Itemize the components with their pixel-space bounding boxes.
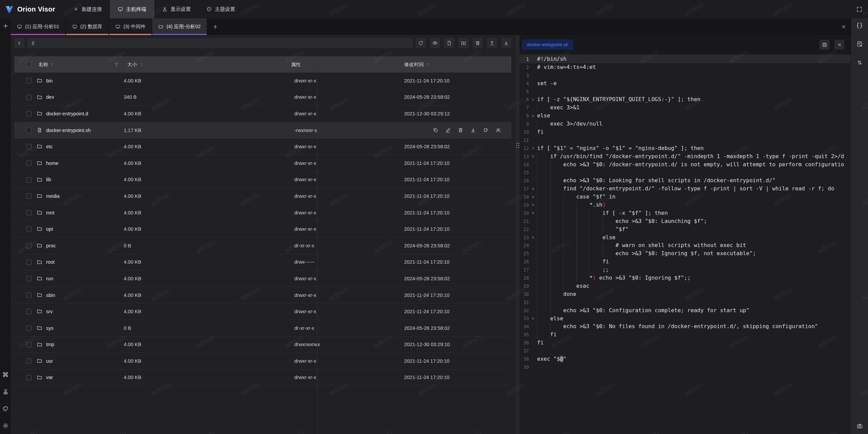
preview-button[interactable] [430,38,440,48]
fold-toggle-icon[interactable]: ∨ [529,97,537,102]
fold-toggle-icon[interactable]: ∨ [529,146,537,150]
file-row-bin[interactable]: bin4.00 KBdrwxr-xr-x2021-11-24 17:20:10 [14,73,511,89]
fullscreen-button[interactable] [856,6,863,13]
nav-item-0[interactable]: 新建连接 [65,0,110,18]
row-checkbox[interactable] [26,144,32,149]
fold-toggle-icon[interactable]: ∨ [529,154,537,158]
file-row-etc[interactable]: etc4.00 KBdrwxr-xr-x2024-05-28 23:58:02 [14,138,511,155]
row-checkbox[interactable] [26,260,32,265]
session-tab-3[interactable]: (3) 中间件 [109,18,152,35]
file-row-docker-entrypoint.sh[interactable]: docker-entrypoint.sh1.17 KB-rwxrwxr-x [14,122,511,139]
row-checkbox[interactable] [26,111,32,116]
fold-toggle-icon[interactable]: ∨ [529,187,537,191]
delete-button[interactable] [473,38,483,48]
save-button[interactable] [820,40,829,50]
row-checkbox[interactable] [26,193,32,199]
row-checkbox[interactable] [26,161,32,166]
sidebar-add-button[interactable] [2,23,9,29]
sort-toggle[interactable] [140,56,144,73]
tab-add-button[interactable] [208,18,223,35]
row-checkbox[interactable] [26,325,32,331]
nav-item-2[interactable]: 显示设置 [154,0,199,18]
row-checkbox[interactable] [26,210,32,215]
row-checkbox[interactable] [26,78,32,83]
fold-toggle-icon[interactable]: ∨ [529,235,537,240]
line-number: 1 [519,56,529,62]
filter-funnel-icon[interactable] [114,56,119,73]
action-copy-button[interactable] [433,127,438,133]
line-number: 4 [519,81,529,86]
row-checkbox[interactable] [26,309,32,314]
action-permissions-button[interactable] [495,127,501,133]
upload-button[interactable] [487,38,497,48]
rightbar-doc-bookmark-button[interactable] [856,41,863,47]
file-row-mnt[interactable]: mnt4.00 KBdrwxr-xr-x2021-11-24 17:20:10 [14,205,511,221]
file-row-docker-entrypoint.d[interactable]: docker-entrypoint.d4.00 KBdrwxr-xr-x2021… [14,106,511,122]
file-row-opt[interactable]: opt4.00 KBdrwxr-xr-x2021-11-24 17:20:10 [14,221,511,238]
fold-toggle-icon[interactable]: ∨ [529,211,537,215]
file-row-var[interactable]: var4.00 KBdrwxr-xr-x2021-11-24 17:20:10 [14,370,511,386]
tabbar-close-button[interactable] [841,24,847,30]
fold-toggle-icon[interactable]: ∨ [529,316,537,321]
file-row-root[interactable]: root4.00 KBdrwx------2021-11-24 17:20:10 [14,254,511,271]
fold-toggle-icon[interactable]: ∨ [529,195,537,199]
file-row-media[interactable]: media4.00 KBdrwxr-xr-x2021-11-24 17:20:1… [14,188,511,205]
row-checkbox[interactable] [26,276,32,281]
sidebar-command-button[interactable]: ⌘ [2,372,9,378]
row-checkbox[interactable] [26,358,32,364]
sort-vertical-icon [856,59,863,66]
file-row-run[interactable]: run4.00 KBdrwxr-xr-x2024-05-28 23:58:02 [14,270,511,287]
file-name: dev [46,89,54,106]
sidebar-settings-button[interactable] [2,422,9,429]
session-tab-2[interactable]: (2) 数据库 [66,18,108,35]
row-checkbox[interactable] [26,177,32,183]
row-checkbox[interactable] [26,293,32,298]
file-row-home[interactable]: home4.00 KBdrwxr-xr-x2021-11-24 17:20:10 [14,155,511,172]
path-input[interactable] [39,40,410,46]
action-download-button[interactable] [470,127,476,133]
session-tab-1[interactable]: (1) 应用-分析01 [11,18,65,35]
new-file-button[interactable] [444,38,454,48]
rightbar-braces-button[interactable]: {} [856,23,863,29]
fold-toggle-icon[interactable]: ∨ [529,203,537,207]
folder-icon [37,160,42,166]
row-checkbox[interactable] [26,128,32,133]
row-checkbox[interactable] [26,342,32,347]
editor-close-button[interactable] [834,40,844,50]
sidebar-stamp-button[interactable] [2,389,9,395]
file-row-dev[interactable]: dev340 Bdrwxr-xr-x2024-05-28 23:58:02 [14,89,511,106]
file-row-lib[interactable]: lib4.00 KBdrwxr-xr-x2021-11-24 17:20:10 [14,172,511,188]
back-button[interactable] [14,38,24,48]
sort-toggle[interactable] [50,56,54,73]
refresh-button[interactable] [416,38,426,48]
code-line-37: 37 [519,347,850,355]
fold-toggle-icon[interactable]: ∨ [529,114,537,118]
session-tab-4[interactable]: (4) 应用-分析02 [152,18,207,35]
action-delete-button[interactable] [458,127,463,133]
action-move-button[interactable] [483,127,489,133]
row-checkbox[interactable] [26,243,32,248]
action-edit-button[interactable] [445,127,451,133]
rightbar-screenshot-button[interactable] [856,423,863,429]
sort-toggle[interactable] [426,56,430,73]
panel-splitter[interactable] [516,35,519,434]
file-row-srv[interactable]: srv4.00 KBdrwxr-xr-x2021-11-24 17:20:10 [14,303,511,320]
file-row-sbin[interactable]: sbin4.00 KBdrwxr-xr-x2021-11-24 17:20:10 [14,287,511,304]
rightbar-sort-button[interactable] [856,59,863,66]
row-checkbox[interactable] [26,226,32,232]
file-row-tmp[interactable]: tmp4.00 KBdrwxrwxrwx2021-12-30 03:29:10 [14,337,511,353]
new-folder-button[interactable] [458,38,469,48]
splitter-drag-handle[interactable] [516,143,519,148]
download-button[interactable] [501,38,511,48]
row-checkbox[interactable] [26,375,32,380]
line-number: 24 [519,243,529,248]
editor-file-tab[interactable]: docker-entrypoint.sh [522,39,573,50]
nav-item-1[interactable]: 主机终端 [110,0,154,18]
select-all-checkbox[interactable] [26,62,32,67]
sidebar-theme-palette-button[interactable] [2,405,9,412]
file-row-sys[interactable]: sys0 Bdr-xr-xr-x2024-05-28 23:58:02 [14,320,511,337]
file-row-usr[interactable]: usr4.00 KBdrwxr-xr-x2021-11-24 17:20:10 [14,353,511,370]
nav-item-3[interactable]: 主题设置 [199,0,243,18]
row-checkbox[interactable] [26,95,32,100]
file-row-proc[interactable]: proc0 Bdr-xr-xr-x2024-05-28 23:58:02 [14,238,511,254]
